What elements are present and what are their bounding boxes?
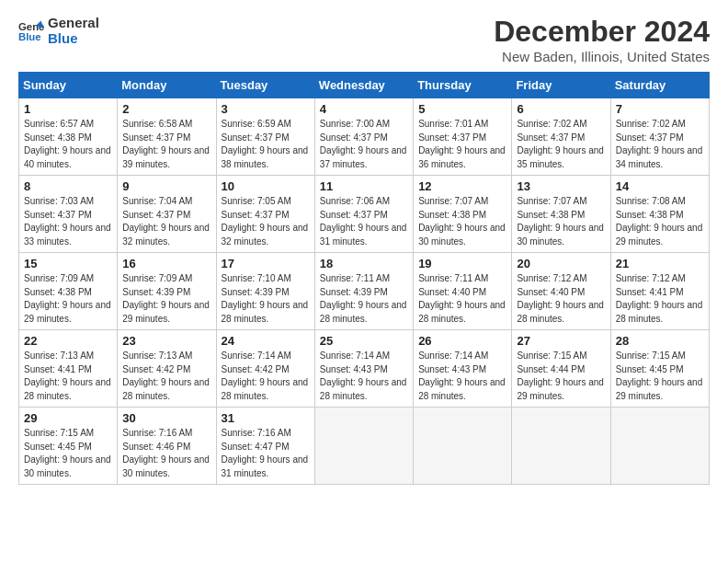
day-number: 31 (222, 411, 310, 425)
day-number: 16 (122, 257, 210, 270)
calendar-week-3: 15 Sunrise: 7:09 AMSunset: 4:38 PMDaylig… (19, 253, 710, 330)
calendar-cell: 10 Sunrise: 7:05 AMSunset: 4:37 PMDaylig… (216, 176, 314, 253)
day-number: 24 (222, 334, 310, 348)
cell-content: Sunrise: 7:16 AMSunset: 4:47 PMDaylight:… (222, 428, 309, 478)
logo-text-line2: Blue (48, 30, 99, 46)
day-number: 22 (24, 334, 112, 348)
calendar-cell: 5 Sunrise: 7:01 AMSunset: 4:37 PMDayligh… (414, 98, 512, 176)
col-thursday: Thursday (414, 73, 512, 98)
cell-content: Sunrise: 7:16 AMSunset: 4:46 PMDaylight:… (122, 428, 210, 478)
cell-content: Sunrise: 7:05 AMSunset: 4:37 PMDaylight:… (222, 196, 309, 247)
logo-icon: General Blue (18, 17, 44, 43)
cell-content: Sunrise: 7:15 AMSunset: 4:45 PMDaylight:… (616, 350, 703, 401)
day-number: 18 (320, 257, 408, 270)
day-number: 17 (222, 257, 310, 270)
calendar-cell: 11 Sunrise: 7:06 AMSunset: 4:37 PMDaylig… (314, 176, 413, 253)
calendar-cell: 6 Sunrise: 7:02 AMSunset: 4:37 PMDayligh… (512, 98, 610, 176)
col-tuesday: Tuesday (216, 73, 314, 98)
calendar-cell: 27 Sunrise: 7:15 AMSunset: 4:44 PMDaylig… (512, 330, 610, 408)
calendar-cell: 22 Sunrise: 7:13 AMSunset: 4:41 PMDaylig… (19, 330, 118, 408)
day-number: 30 (122, 411, 210, 425)
day-number: 9 (122, 179, 210, 193)
day-number: 10 (222, 179, 310, 193)
cell-content: Sunrise: 7:12 AMSunset: 4:41 PMDaylight:… (616, 273, 703, 324)
cell-content: Sunrise: 7:02 AMSunset: 4:37 PMDaylight:… (517, 119, 604, 169)
day-number: 26 (418, 334, 506, 348)
calendar-cell: 30 Sunrise: 7:16 AMSunset: 4:46 PMDaylig… (118, 408, 216, 485)
cell-content: Sunrise: 7:15 AMSunset: 4:45 PMDaylight:… (24, 428, 111, 478)
calendar-cell: 26 Sunrise: 7:14 AMSunset: 4:43 PMDaylig… (414, 330, 512, 408)
calendar-cell (414, 408, 512, 485)
day-number: 28 (616, 334, 704, 348)
cell-content: Sunrise: 7:10 AMSunset: 4:39 PMDaylight:… (222, 273, 309, 324)
cell-content: Sunrise: 7:14 AMSunset: 4:42 PMDaylight:… (222, 350, 309, 401)
calendar-cell: 19 Sunrise: 7:11 AMSunset: 4:40 PMDaylig… (414, 253, 512, 330)
day-number: 23 (122, 334, 210, 348)
cell-content: Sunrise: 7:07 AMSunset: 4:38 PMDaylight:… (517, 196, 604, 247)
calendar-cell (512, 408, 610, 485)
day-number: 20 (517, 257, 605, 270)
calendar-cell: 7 Sunrise: 7:02 AMSunset: 4:37 PMDayligh… (610, 98, 709, 176)
cell-content: Sunrise: 7:03 AMSunset: 4:37 PMDaylight:… (24, 196, 111, 247)
col-monday: Monday (118, 73, 216, 98)
calendar-cell: 23 Sunrise: 7:13 AMSunset: 4:42 PMDaylig… (118, 330, 216, 408)
cell-content: Sunrise: 7:11 AMSunset: 4:39 PMDaylight:… (320, 273, 407, 324)
calendar-cell: 2 Sunrise: 6:58 AMSunset: 4:37 PMDayligh… (118, 98, 216, 176)
cell-content: Sunrise: 7:00 AMSunset: 4:37 PMDaylight:… (320, 119, 407, 169)
header: General Blue General Blue December 2024 … (18, 15, 710, 64)
cell-content: Sunrise: 7:14 AMSunset: 4:43 PMDaylight:… (320, 350, 407, 401)
day-number: 12 (418, 179, 506, 193)
day-number: 29 (24, 411, 112, 425)
day-number: 19 (418, 257, 506, 270)
cell-content: Sunrise: 7:06 AMSunset: 4:37 PMDaylight:… (320, 196, 407, 247)
day-number: 11 (320, 179, 408, 193)
calendar-cell: 15 Sunrise: 7:09 AMSunset: 4:38 PMDaylig… (19, 253, 118, 330)
day-number: 7 (616, 102, 704, 116)
calendar-cell: 29 Sunrise: 7:15 AMSunset: 4:45 PMDaylig… (19, 408, 118, 485)
col-sunday: Sunday (19, 73, 118, 98)
day-number: 6 (517, 102, 605, 116)
col-friday: Friday (512, 73, 610, 98)
cell-content: Sunrise: 7:09 AMSunset: 4:39 PMDaylight:… (122, 273, 210, 324)
day-number: 21 (616, 257, 704, 270)
calendar-week-1: 1 Sunrise: 6:57 AMSunset: 4:38 PMDayligh… (19, 98, 710, 176)
day-number: 5 (418, 102, 506, 116)
cell-content: Sunrise: 7:11 AMSunset: 4:40 PMDaylight:… (418, 273, 506, 324)
calendar-cell: 25 Sunrise: 7:14 AMSunset: 4:43 PMDaylig… (314, 330, 413, 408)
day-number: 3 (222, 102, 310, 116)
day-number: 13 (517, 179, 605, 193)
calendar-week-5: 29 Sunrise: 7:15 AMSunset: 4:45 PMDaylig… (19, 408, 710, 485)
calendar-cell: 28 Sunrise: 7:15 AMSunset: 4:45 PMDaylig… (610, 330, 709, 408)
calendar-cell: 14 Sunrise: 7:08 AMSunset: 4:38 PMDaylig… (610, 176, 709, 253)
cell-content: Sunrise: 7:04 AMSunset: 4:37 PMDaylight:… (122, 196, 210, 247)
cell-content: Sunrise: 7:09 AMSunset: 4:38 PMDaylight:… (24, 273, 111, 324)
calendar-cell: 16 Sunrise: 7:09 AMSunset: 4:39 PMDaylig… (118, 253, 216, 330)
calendar-cell: 20 Sunrise: 7:12 AMSunset: 4:40 PMDaylig… (512, 253, 610, 330)
day-number: 15 (24, 257, 112, 270)
calendar-cell: 8 Sunrise: 7:03 AMSunset: 4:37 PMDayligh… (19, 176, 118, 253)
location-title: New Baden, Illinois, United States (494, 49, 710, 64)
day-number: 4 (320, 102, 408, 116)
calendar-week-4: 22 Sunrise: 7:13 AMSunset: 4:41 PMDaylig… (19, 330, 710, 408)
calendar-cell: 1 Sunrise: 6:57 AMSunset: 4:38 PMDayligh… (19, 98, 118, 176)
calendar-cell: 4 Sunrise: 7:00 AMSunset: 4:37 PMDayligh… (314, 98, 413, 176)
col-saturday: Saturday (610, 73, 709, 98)
cell-content: Sunrise: 7:12 AMSunset: 4:40 PMDaylight:… (517, 273, 604, 324)
calendar-cell (314, 408, 413, 485)
cell-content: Sunrise: 7:07 AMSunset: 4:38 PMDaylight:… (418, 196, 506, 247)
calendar-cell (610, 408, 709, 485)
col-wednesday: Wednesday (314, 73, 413, 98)
calendar-cell: 24 Sunrise: 7:14 AMSunset: 4:42 PMDaylig… (216, 330, 314, 408)
month-title: December 2024 (494, 15, 710, 49)
cell-content: Sunrise: 7:13 AMSunset: 4:41 PMDaylight:… (24, 350, 111, 401)
cell-content: Sunrise: 7:01 AMSunset: 4:37 PMDaylight:… (418, 119, 506, 169)
cell-content: Sunrise: 7:15 AMSunset: 4:44 PMDaylight:… (517, 350, 604, 401)
cell-content: Sunrise: 7:08 AMSunset: 4:38 PMDaylight:… (616, 196, 703, 247)
cell-content: Sunrise: 7:02 AMSunset: 4:37 PMDaylight:… (616, 119, 703, 169)
calendar-cell: 17 Sunrise: 7:10 AMSunset: 4:39 PMDaylig… (216, 253, 314, 330)
cell-content: Sunrise: 7:14 AMSunset: 4:43 PMDaylight:… (418, 350, 506, 401)
day-number: 14 (616, 179, 704, 193)
logo-text-line1: General (48, 15, 99, 30)
cell-content: Sunrise: 6:57 AMSunset: 4:38 PMDaylight:… (24, 119, 111, 169)
day-number: 2 (122, 102, 210, 116)
